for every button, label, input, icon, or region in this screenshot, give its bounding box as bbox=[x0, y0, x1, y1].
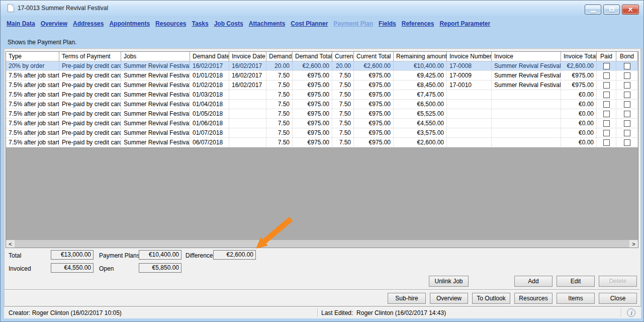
paid-checkbox[interactable] bbox=[603, 82, 610, 89]
column-header-current[interactable]: Current bbox=[332, 52, 354, 61]
to-outlook-button[interactable]: To Outlook bbox=[472, 293, 510, 304]
column-header-demand-total[interactable]: Demand Total bbox=[293, 52, 332, 61]
edit-button[interactable]: Edit bbox=[557, 276, 595, 287]
bond-cell bbox=[616, 100, 638, 109]
items-button[interactable]: Items bbox=[557, 293, 595, 304]
maximize-icon bbox=[609, 8, 614, 12]
cell: 01/07/2018 bbox=[190, 128, 229, 137]
column-header-terms-of-payment[interactable]: Terms of Payment bbox=[59, 52, 121, 61]
cell: Summer Revival Festival bbox=[121, 128, 190, 137]
cell: €6,500.00 bbox=[394, 100, 447, 109]
cell: Summer Revival Festival bbox=[121, 109, 190, 118]
cell bbox=[447, 119, 492, 128]
table-row[interactable]: 7.5% after job startPre-paid by credit c… bbox=[6, 138, 638, 147]
bond-checkbox[interactable] bbox=[624, 111, 630, 117]
table-row[interactable]: 7.5% after job startPre-paid by credit c… bbox=[6, 100, 638, 109]
column-header-invoice[interactable]: Invoice bbox=[492, 52, 561, 61]
cell: €2,600.00 bbox=[354, 61, 394, 70]
bond-checkbox[interactable] bbox=[624, 120, 630, 127]
column-header-demand[interactable]: Demand bbox=[266, 52, 293, 61]
nav-link-main-data[interactable]: Main Data bbox=[7, 20, 35, 27]
column-header-invoice-date[interactable]: Invoice Date bbox=[229, 52, 266, 61]
cell: 7.5% after job start bbox=[6, 80, 59, 90]
table-row[interactable]: 7.5% after job startPre-paid by credit c… bbox=[6, 109, 638, 119]
column-header-bond[interactable]: Bond bbox=[616, 52, 638, 61]
cell: 7.50 bbox=[266, 109, 293, 118]
nav-link-addresses[interactable]: Addresses bbox=[73, 20, 104, 27]
add-button[interactable]: Add bbox=[514, 276, 553, 287]
bond-checkbox[interactable] bbox=[624, 101, 630, 108]
nav-link-overview[interactable]: Overview bbox=[41, 20, 67, 27]
cell: 06/07/2018 bbox=[190, 138, 229, 147]
cell: €975.00 bbox=[354, 90, 394, 99]
cell bbox=[447, 138, 492, 147]
bond-cell bbox=[616, 138, 638, 147]
cell: 20.00 bbox=[332, 61, 354, 70]
table-row[interactable]: 7.5% after job startPre-paid by credit c… bbox=[6, 128, 638, 138]
paid-checkbox[interactable] bbox=[603, 72, 610, 79]
resources-button[interactable]: Resources bbox=[514, 293, 553, 304]
cell: €7,475.00 bbox=[394, 90, 447, 99]
close-window-button[interactable] bbox=[622, 5, 639, 15]
nav-link-report-parameter[interactable]: Report Parameter bbox=[439, 20, 490, 27]
cell: Pre-paid by credit card bbox=[59, 71, 121, 80]
column-header-paid[interactable]: Paid bbox=[597, 52, 616, 61]
nav-link-cost-planner[interactable]: Cost Planner bbox=[291, 20, 328, 27]
nav-link-attachments[interactable]: Attachments bbox=[249, 20, 286, 27]
table-row[interactable]: 20% by orderPre-paid by credit cardSumme… bbox=[6, 61, 638, 71]
cell: Pre-paid by credit card bbox=[59, 138, 121, 147]
bond-checkbox[interactable] bbox=[624, 130, 630, 136]
maximize-button[interactable] bbox=[603, 5, 620, 15]
nav-link-payment-plan[interactable]: Payment Plan bbox=[333, 20, 373, 27]
scroll-left-icon[interactable]: < bbox=[6, 240, 15, 248]
minimize-button[interactable] bbox=[585, 5, 601, 15]
table-row[interactable]: 7.5% after job startPre-paid by credit c… bbox=[6, 90, 638, 100]
column-header-type[interactable]: Type bbox=[6, 52, 59, 61]
nav-link-tasks[interactable]: Tasks bbox=[192, 20, 208, 27]
column-header-current-total[interactable]: Current Total bbox=[354, 52, 394, 61]
paid-checkbox[interactable] bbox=[603, 63, 610, 69]
close-button[interactable]: Close bbox=[599, 293, 637, 304]
paid-checkbox[interactable] bbox=[603, 92, 610, 98]
column-header-demand-date[interactable]: Demand Date bbox=[190, 52, 229, 61]
unlink-job-button[interactable]: Unlink Job bbox=[429, 276, 469, 287]
overview-button[interactable]: Overview bbox=[430, 293, 468, 304]
scroll-right-icon[interactable]: > bbox=[629, 240, 638, 248]
info-icon[interactable]: i bbox=[627, 308, 635, 317]
cell: Pre-paid by credit card bbox=[59, 80, 121, 90]
cell: €975.00 bbox=[293, 109, 332, 118]
paid-checkbox[interactable] bbox=[603, 111, 610, 117]
bond-checkbox[interactable] bbox=[624, 82, 630, 89]
bond-checkbox[interactable] bbox=[624, 92, 630, 98]
nav-link-references[interactable]: References bbox=[402, 20, 434, 27]
sub-hire-button[interactable]: Sub-hire bbox=[388, 293, 426, 304]
paid-checkbox[interactable] bbox=[603, 139, 610, 146]
cell: €3,575.00 bbox=[394, 128, 447, 137]
cell: Summer Revival Festival bbox=[492, 71, 561, 80]
cell: 01/04/2018 bbox=[190, 100, 229, 109]
cell: €2,600.00 bbox=[561, 61, 597, 70]
difference-label: Difference bbox=[186, 252, 213, 259]
column-header-invoice-total[interactable]: Invoice Total bbox=[561, 52, 597, 61]
table-row[interactable]: 7.5% after job startPre-paid by credit c… bbox=[6, 119, 638, 128]
bond-checkbox[interactable] bbox=[624, 72, 630, 79]
horizontal-scrollbar[interactable]: < > bbox=[6, 240, 638, 248]
nav-link-resources[interactable]: Resources bbox=[155, 20, 186, 27]
bond-checkbox[interactable] bbox=[624, 63, 630, 69]
column-header-remaining-amount[interactable]: Remaining amount bbox=[394, 52, 447, 61]
cell: 7.50 bbox=[266, 90, 293, 99]
column-header-invoice-number[interactable]: Invoice Number bbox=[447, 52, 492, 61]
table-row[interactable]: 7.5% after job startPre-paid by credit c… bbox=[6, 80, 638, 90]
paid-checkbox[interactable] bbox=[603, 101, 610, 108]
nav-link-appointments[interactable]: Appointments bbox=[109, 20, 150, 27]
nav-link-job-costs[interactable]: Job Costs bbox=[214, 20, 243, 27]
paid-checkbox[interactable] bbox=[603, 120, 610, 127]
bond-checkbox[interactable] bbox=[624, 139, 630, 146]
scroll-track[interactable] bbox=[15, 240, 629, 248]
cell: Pre-paid by credit card bbox=[59, 100, 121, 109]
column-header-jobs[interactable]: Jobs bbox=[121, 52, 190, 61]
nav-link-fields[interactable]: Fields bbox=[379, 20, 396, 27]
cell: €975.00 bbox=[293, 119, 332, 128]
paid-checkbox[interactable] bbox=[603, 130, 610, 136]
table-row[interactable]: 7.5% after job startPre-paid by credit c… bbox=[6, 71, 638, 80]
